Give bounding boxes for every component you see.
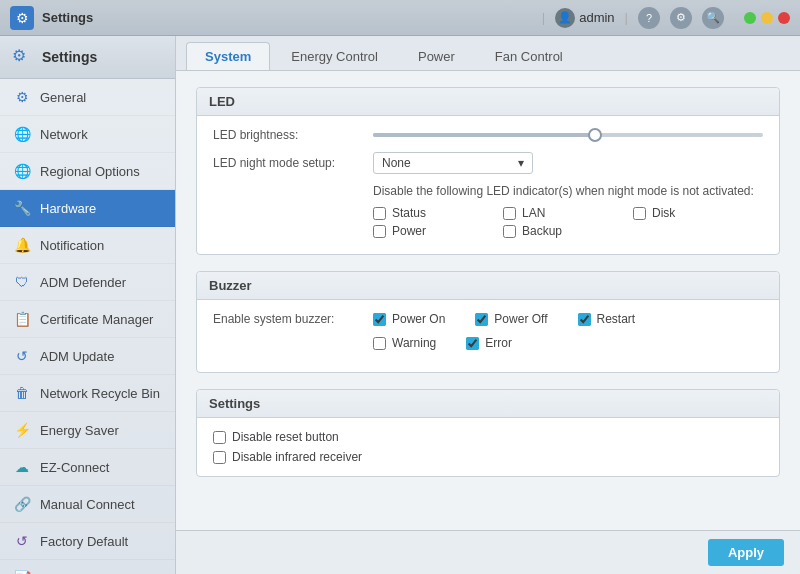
led-backup-checkbox[interactable] — [503, 225, 516, 238]
led-indicator-backup[interactable]: Backup — [503, 224, 633, 238]
buzzer-error-label: Error — [485, 336, 512, 350]
sidebar-item-network-recycle[interactable]: 🗑 Network Recycle Bin — [0, 375, 175, 412]
buzzer-row1: Enable system buzzer: Power On Power Off — [213, 312, 763, 326]
led-lan-label: LAN — [522, 206, 545, 220]
hardware-label: Hardware — [40, 201, 96, 216]
search-button[interactable]: 🔍 — [702, 7, 724, 29]
led-section-title: LED — [197, 88, 779, 116]
titlebar: ⚙ Settings | 👤 admin | ? ⚙ 🔍 — [0, 0, 800, 36]
sidebar-item-energy-saver[interactable]: ⚡ Energy Saver — [0, 412, 175, 449]
tab-power[interactable]: Power — [399, 42, 474, 70]
network-recycle-label: Network Recycle Bin — [40, 386, 160, 401]
manual-connect-icon: 🔗 — [12, 494, 32, 514]
notification-label: Notification — [40, 238, 104, 253]
ez-connect-icon: ☁ — [12, 457, 32, 477]
separator2: | — [625, 10, 628, 25]
cert-manager-label: Certificate Manager — [40, 312, 153, 327]
buzzer-warning[interactable]: Warning — [373, 336, 436, 350]
led-night-mode-label: LED night mode setup: — [213, 156, 373, 170]
sidebar-item-cert-manager[interactable]: 📋 Certificate Manager — [0, 301, 175, 338]
led-brightness-slider[interactable] — [373, 133, 763, 137]
help-button[interactable]: ? — [638, 7, 660, 29]
buzzer-section: Buzzer Enable system buzzer: Power On — [196, 271, 780, 373]
led-indicator-status[interactable]: Status — [373, 206, 503, 220]
buzzer-row2: Warning Error — [213, 336, 763, 350]
buzzer-power-off[interactable]: Power Off — [475, 312, 547, 326]
win-dot-yellow[interactable] — [761, 12, 773, 24]
disable-reset-checkbox[interactable] — [213, 431, 226, 444]
led-power-checkbox[interactable] — [373, 225, 386, 238]
buzzer-restart[interactable]: Restart — [578, 312, 636, 326]
disable-reset-label: Disable reset button — [232, 430, 339, 444]
tab-system[interactable]: System — [186, 42, 270, 70]
led-brightness-label: LED brightness: — [213, 128, 373, 142]
disable-infrared-item[interactable]: Disable infrared receiver — [213, 450, 763, 464]
network-icon: 🌐 — [12, 124, 32, 144]
tab-fan-control[interactable]: Fan Control — [476, 42, 582, 70]
led-disk-checkbox[interactable] — [633, 207, 646, 220]
user-info: 👤 admin — [555, 8, 614, 28]
buzzer-restart-checkbox[interactable] — [578, 313, 591, 326]
win-dot-red[interactable] — [778, 12, 790, 24]
buzzer-section-title: Buzzer — [197, 272, 779, 300]
sidebar-item-adm-defender[interactable]: 🛡 ADM Defender — [0, 264, 175, 301]
sidebar-item-hardware[interactable]: 🔧 Hardware — [0, 190, 175, 227]
energy-saver-label: Energy Saver — [40, 423, 119, 438]
adm-update-label: ADM Update — [40, 349, 114, 364]
led-brightness-slider-container[interactable] — [373, 133, 763, 137]
sidebar-header-icon: ⚙ — [12, 46, 34, 68]
regional-label: Regional Options — [40, 164, 140, 179]
registration-icon: 📝 — [12, 568, 32, 574]
led-indicators-container: Status LAN Disk — [373, 206, 763, 238]
slider-thumb[interactable] — [588, 128, 602, 142]
buzzer-section-content: Enable system buzzer: Power On Power Off — [197, 300, 779, 372]
buzzer-warning-label: Warning — [392, 336, 436, 350]
bottom-bar: Apply — [176, 530, 800, 574]
led-indicator-lan[interactable]: LAN — [503, 206, 633, 220]
led-indicator-disk[interactable]: Disk — [633, 206, 763, 220]
factory-default-icon: ↺ — [12, 531, 32, 551]
disable-infrared-checkbox[interactable] — [213, 451, 226, 464]
buzzer-power-on[interactable]: Power On — [373, 312, 445, 326]
buzzer-warning-checkbox[interactable] — [373, 337, 386, 350]
sidebar-item-notification[interactable]: 🔔 Notification — [0, 227, 175, 264]
buzzer-power-on-checkbox[interactable] — [373, 313, 386, 326]
led-night-mode-desc: Disable the following LED indicator(s) w… — [373, 184, 763, 198]
led-section: LED LED brightness: — [196, 87, 780, 255]
network-label: Network — [40, 127, 88, 142]
led-night-mode-select[interactable]: None ▾ — [373, 152, 533, 174]
sidebar-header: ⚙ Settings — [0, 36, 175, 79]
sidebar-item-network[interactable]: 🌐 Network — [0, 116, 175, 153]
disable-reset-item[interactable]: Disable reset button — [213, 430, 763, 444]
buzzer-power-off-checkbox[interactable] — [475, 313, 488, 326]
led-status-label: Status — [392, 206, 426, 220]
sidebar-item-adm-update[interactable]: ↺ ADM Update — [0, 338, 175, 375]
buzzer-error-checkbox[interactable] — [466, 337, 479, 350]
energy-saver-icon: ⚡ — [12, 420, 32, 440]
apply-button[interactable]: Apply — [708, 539, 784, 566]
sidebar-item-regional[interactable]: 🌐 Regional Options — [0, 153, 175, 190]
window-title: Settings — [42, 10, 542, 25]
registration-label: Registration — [40, 571, 109, 575]
sidebar-item-general[interactable]: ⚙ General — [0, 79, 175, 116]
content-area: System Energy Control Power Fan Control … — [176, 36, 800, 574]
buzzer-error[interactable]: Error — [466, 336, 512, 350]
sidebar-item-factory-default[interactable]: ↺ Factory Default — [0, 523, 175, 560]
settings-button[interactable]: ⚙ — [670, 7, 692, 29]
settings-section-title: Settings — [197, 390, 779, 418]
led-section-content: LED brightness: LED night mode setup: — [197, 116, 779, 254]
led-indicator-power[interactable]: Power — [373, 224, 503, 238]
sidebar-item-ez-connect[interactable]: ☁ EZ-Connect — [0, 449, 175, 486]
ez-connect-label: EZ-Connect — [40, 460, 109, 475]
led-status-checkbox[interactable] — [373, 207, 386, 220]
sidebar: ⚙ Settings ⚙ General 🌐 Network 🌐 Regiona… — [0, 36, 176, 574]
sidebar-item-manual-connect[interactable]: 🔗 Manual Connect — [0, 486, 175, 523]
tab-energy-control[interactable]: Energy Control — [272, 42, 397, 70]
win-dot-green[interactable] — [744, 12, 756, 24]
manual-connect-label: Manual Connect — [40, 497, 135, 512]
separator1: | — [542, 10, 545, 25]
sidebar-item-registration[interactable]: 📝 Registration — [0, 560, 175, 574]
led-lan-checkbox[interactable] — [503, 207, 516, 220]
led-power-label: Power — [392, 224, 426, 238]
network-recycle-icon: 🗑 — [12, 383, 32, 403]
